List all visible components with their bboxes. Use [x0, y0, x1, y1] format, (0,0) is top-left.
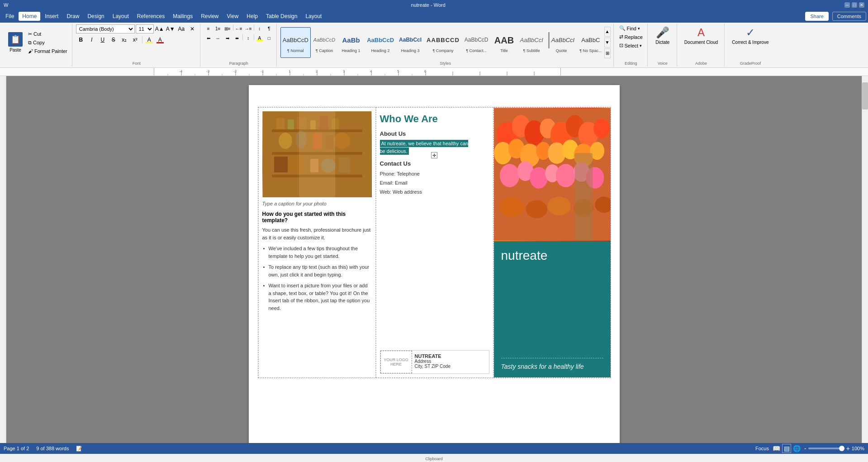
middle-spacer [380, 196, 489, 350]
scrollbar-vertical[interactable] [862, 76, 868, 443]
copy-label: Copy [33, 40, 45, 45]
increase-font-button[interactable]: A▲ [155, 24, 165, 33]
bullet-list-button[interactable]: ≡ [204, 24, 213, 33]
menu-references[interactable]: References [133, 12, 168, 21]
focus-button[interactable]: Focus [755, 446, 769, 451]
menu-view[interactable]: View [223, 12, 242, 21]
web-view-button[interactable]: 🌐 [793, 444, 801, 453]
align-center-button[interactable]: ↔ [213, 34, 223, 42]
comments-button[interactable]: Comments [832, 12, 866, 21]
zoom-out-button[interactable]: - [804, 445, 806, 452]
about-text-highlighted: At nutreate, we believe that healthy can… [380, 140, 469, 155]
document-cloud-button[interactable]: A Document Cloud [681, 24, 721, 47]
styles-scroll-down-button[interactable]: ▼ [604, 38, 611, 48]
underline-button[interactable]: U [98, 35, 108, 44]
line-spacing-button[interactable]: ↕ [244, 34, 253, 42]
style-caption-preview: AaBbCcD [313, 32, 335, 48]
styles-more-button[interactable]: ⊞ [604, 48, 611, 58]
correct-improve-button[interactable]: ✓ Correct & Improve [728, 24, 772, 47]
voice-group-label: Voice [658, 60, 668, 66]
style-title[interactable]: AAB Title [491, 27, 517, 58]
increase-indent-button[interactable]: →≡ [244, 24, 253, 33]
copy-icon: ⧉ [28, 40, 32, 46]
font-name-select[interactable]: Cambria (Body) [76, 24, 135, 33]
minimize-button[interactable]: ─ [844, 2, 850, 8]
replace-button[interactable]: ⇄ Replace [617, 33, 645, 41]
style-quote[interactable]: AaBbCcI Quote [546, 27, 577, 58]
change-case-button[interactable]: Aa [176, 24, 186, 33]
document-scroll[interactable]: ✛ [6, 76, 862, 443]
menu-draw[interactable]: Draw [63, 12, 83, 21]
dictate-button[interactable]: 🎤 Dictate [651, 24, 674, 47]
menu-layout2[interactable]: Layout [302, 12, 325, 21]
text-highlight-button[interactable]: A [144, 35, 154, 44]
panel-middle: Who We Are About Us At nutreate, we beli… [376, 107, 493, 378]
subscript-button[interactable]: x₂ [119, 35, 129, 44]
style-heading1[interactable]: AaBb Heading 1 [338, 27, 364, 58]
clear-format-button[interactable]: ✕ [187, 24, 197, 33]
menu-home[interactable]: Home [19, 12, 40, 21]
read-view-button[interactable]: 📖 [773, 444, 780, 453]
superscript-button[interactable]: x² [130, 35, 140, 44]
app-icon: W [4, 2, 8, 8]
select-button[interactable]: ⊡ Select ▾ [617, 42, 644, 49]
menu-review[interactable]: Review [197, 12, 222, 21]
border-button[interactable]: □ [265, 34, 274, 42]
justify-button[interactable]: ⬌ [232, 34, 242, 42]
show-formatting-button[interactable]: ¶ [265, 24, 274, 33]
document-cloud-label: Document Cloud [684, 40, 718, 45]
style-heading2[interactable]: AaBbCcD Heading 2 [365, 27, 396, 58]
zoom-slider[interactable] [808, 448, 844, 449]
font-color-button[interactable]: A [155, 35, 165, 44]
numbered-list-button[interactable]: 1≡ [213, 24, 223, 33]
maximize-button[interactable]: □ [852, 2, 857, 8]
style-company[interactable]: AABBCCD ¶ Company [424, 27, 462, 58]
font-size-select[interactable]: 11 [136, 24, 154, 33]
find-button[interactable]: 🔍 Find ▾ [617, 24, 642, 32]
decrease-font-button[interactable]: A▼ [166, 24, 175, 33]
style-caption[interactable]: AaBbCcD ¶ Caption [311, 27, 337, 58]
contact-info: Phone: Telephone Email: Email Web: Web a… [380, 170, 489, 196]
panel-heading: How do you get started with this templat… [262, 211, 372, 224]
svg-text:-4: -4 [179, 69, 183, 73]
style-heading3-preview: AaBbCcI [399, 32, 422, 48]
find-icon: 🔍 [619, 25, 626, 31]
sidebar-left [0, 76, 6, 443]
menu-insert[interactable]: Insert [41, 12, 62, 21]
scrollbar-thumb[interactable] [862, 82, 868, 110]
svg-rect-57 [299, 111, 335, 197]
menu-help[interactable]: Help [243, 12, 261, 21]
replace-icon: ⇄ [619, 34, 623, 40]
style-heading3[interactable]: AaBbCcI Heading 3 [397, 27, 424, 58]
style-subtitle[interactable]: AaBbCcI ¶ Subtitle [518, 27, 545, 58]
styles-scroll-up-button[interactable]: ▲ [604, 27, 611, 37]
close-button[interactable]: ✕ [859, 2, 864, 8]
layout-view-button[interactable]: ▤ [782, 444, 791, 453]
paste-button[interactable]: 📋 Paste [5, 30, 26, 54]
style-contact[interactable]: AaBbCcD ¶ Contact... [462, 27, 491, 58]
style-title-preview: AAB [493, 32, 515, 48]
align-left-button[interactable]: ⬅ [204, 34, 213, 42]
menu-table-design[interactable]: Table Design [262, 12, 301, 21]
italic-button[interactable]: I [87, 35, 97, 44]
copy-button[interactable]: ⧉ Copy [26, 39, 69, 47]
style-normal[interactable]: AaBbCcD ¶ Normal [280, 27, 311, 58]
format-painter-button[interactable]: 🖌 Format Painter [26, 48, 69, 55]
cut-button[interactable]: ✂ Cut [26, 30, 69, 38]
menu-file[interactable]: File [2, 12, 18, 21]
svg-text:-2: -2 [233, 69, 237, 73]
adobe-group-label: Adobe [695, 60, 707, 66]
menu-design[interactable]: Design [84, 12, 108, 21]
zoom-in-button[interactable]: + [846, 445, 850, 452]
bold-button[interactable]: B [76, 35, 86, 44]
menu-mailings[interactable]: Mailings [169, 12, 196, 21]
shading-button[interactable]: A [255, 34, 264, 42]
multilevel-list-button[interactable]: ⊞≡ [223, 24, 232, 33]
strikethrough-button[interactable]: S [109, 35, 119, 44]
share-button[interactable]: Share [805, 12, 828, 21]
sort-button[interactable]: ↕ [255, 24, 264, 33]
style-no-spacing[interactable]: AaBbC ¶ No Spac... [577, 27, 604, 58]
menu-layout[interactable]: Layout [109, 12, 133, 21]
decrease-indent-button[interactable]: ←≡ [234, 24, 243, 33]
align-right-button[interactable]: ➡ [223, 34, 232, 42]
